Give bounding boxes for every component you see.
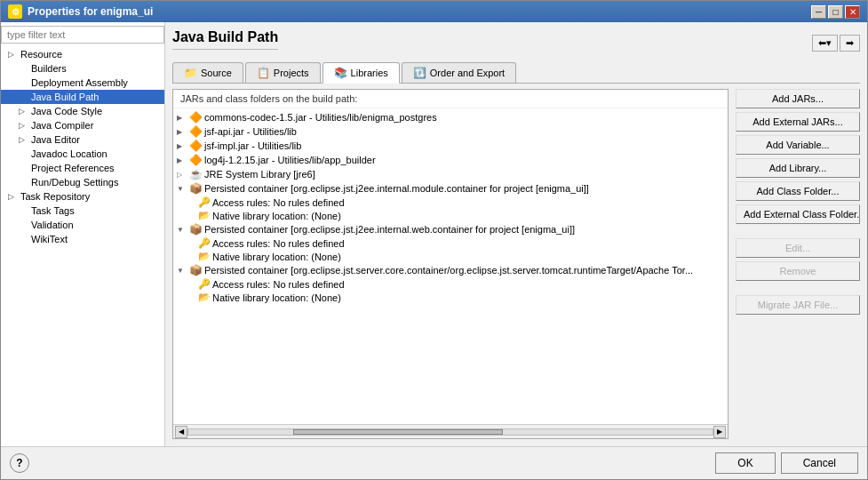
scroll-left-arrow[interactable]: ◀ xyxy=(175,426,187,438)
sidebar-item-task-repository[interactable]: ▷ Task Repository xyxy=(1,189,164,204)
item-label: Native library location: (None) xyxy=(212,292,341,303)
main-content: ▷ Resource Builders Deployment Assembly … xyxy=(1,22,867,446)
tree-item-persisted-3[interactable]: ▼ 📦 Persisted container [org.eclipse.jst… xyxy=(173,263,728,277)
tab-source[interactable]: 📁 Source xyxy=(172,62,243,83)
persisted-icon: 📦 xyxy=(189,223,203,236)
sidebar-item-deployment-assembly[interactable]: Deployment Assembly xyxy=(1,76,164,90)
help-button[interactable]: ? xyxy=(10,453,29,473)
add-library-button[interactable]: Add Library... xyxy=(736,158,860,178)
sidebar-item-java-build-path[interactable]: Java Build Path xyxy=(1,90,164,104)
item-label: log4j-1.2.15.jar - Utilities/lib/app_bui… xyxy=(204,155,376,165)
sidebar-item-resource[interactable]: ▷ Resource xyxy=(1,47,164,61)
item-label: Access rules: No rules defined xyxy=(212,238,345,249)
scroll-right-arrow[interactable]: ▶ xyxy=(713,426,726,438)
filter-input[interactable] xyxy=(1,26,164,44)
sidebar-item-label: Project References xyxy=(31,163,115,173)
sidebar-item-label: Validation xyxy=(31,220,74,230)
add-class-folder-button[interactable]: Add Class Folder... xyxy=(736,181,860,201)
sidebar-item-wikitext[interactable]: WikiText xyxy=(1,232,164,246)
maximize-button[interactable]: □ xyxy=(828,5,843,19)
item-label: Persisted container [org.eclipse.jst.ser… xyxy=(204,265,693,276)
add-external-class-folder-button[interactable]: Add External Class Folder... xyxy=(736,204,860,224)
tree-subitem-native-3[interactable]: 📂 Native library location: (None) xyxy=(173,291,728,304)
tab-projects[interactable]: 📋 Projects xyxy=(245,62,321,83)
sidebar-item-label: Java Compiler xyxy=(31,120,93,131)
expand-tri[interactable]: ▷ xyxy=(177,171,187,179)
item-label: Native library location: (None) xyxy=(212,211,341,221)
tree-subitem-access-2[interactable]: 🔑 Access rules: No rules defined xyxy=(173,236,728,250)
source-tab-icon: 📁 xyxy=(184,67,197,79)
tree-item-jre[interactable]: ▷ ☕ JRE System Library [jre6] xyxy=(173,167,728,181)
tree-item-persisted-1[interactable]: ▼ 📦 Persisted container [org.eclipse.jst… xyxy=(173,181,728,196)
item-label: jsf-impl.jar - Utilities/lib xyxy=(204,140,301,151)
sidebar-item-validation[interactable]: Validation xyxy=(1,218,164,232)
sidebar-item-project-references[interactable]: Project References xyxy=(1,161,164,175)
ok-button[interactable]: OK xyxy=(715,452,775,474)
order-export-tab-icon: 🔃 xyxy=(413,67,426,79)
sub-icon: 📂 xyxy=(198,251,211,262)
close-button[interactable]: ✕ xyxy=(845,5,860,19)
sidebar-item-label: Task Tags xyxy=(31,205,75,216)
minimize-button[interactable]: ─ xyxy=(811,5,826,19)
right-panel: Java Build Path ⬅▾ ➡ 📁 Source 📋 Projects… xyxy=(165,22,867,446)
sidebar-item-task-tags[interactable]: Task Tags xyxy=(1,204,164,218)
item-label: Persisted container [org.eclipse.jst.j2e… xyxy=(204,183,589,194)
sidebar-item-builders[interactable]: Builders xyxy=(1,61,164,76)
tree-subitem-native-1[interactable]: 📂 Native library location: (None) xyxy=(173,209,728,222)
tree-item-log4j[interactable]: ▶ 🔶 log4j-1.2.15.jar - Utilities/lib/app… xyxy=(173,153,728,167)
tree-subitem-access-1[interactable]: 🔑 Access rules: No rules defined xyxy=(173,196,728,209)
edit-button[interactable]: Edit... xyxy=(736,238,860,258)
add-external-jars-button[interactable]: Add External JARs... xyxy=(736,112,860,132)
expand-tri[interactable]: ▶ xyxy=(177,156,187,164)
tree-panel-label: JARs and class folders on the build path… xyxy=(173,90,728,108)
tree-body[interactable]: ▶ 🔶 commons-codec-1.5.jar - Utilities/li… xyxy=(173,108,728,424)
jre-icon: ☕ xyxy=(189,168,203,180)
tree-subitem-access-3[interactable]: 🔑 Access rules: No rules defined xyxy=(173,277,728,291)
scroll-track[interactable] xyxy=(187,428,713,436)
scroll-thumb[interactable] xyxy=(293,429,503,435)
panel-header: Java Build Path ⬅▾ ➡ xyxy=(172,29,860,57)
expand-icon: ▷ xyxy=(8,192,17,201)
expand-tri[interactable]: ▶ xyxy=(177,142,187,150)
tree-item-jsf-api[interactable]: ▶ 🔶 jsf-api.jar - Utilities/lib xyxy=(173,124,728,139)
expand-tri[interactable]: ▼ xyxy=(177,226,187,234)
sidebar-item-java-compiler[interactable]: ▷ Java Compiler xyxy=(1,118,164,132)
cancel-button[interactable]: Cancel xyxy=(781,452,858,474)
tab-order-export[interactable]: 🔃 Order and Export xyxy=(402,62,516,83)
item-label: JRE System Library [jre6] xyxy=(204,169,315,180)
expand-tri[interactable]: ▼ xyxy=(177,185,187,193)
tab-libraries[interactable]: 📚 Libraries xyxy=(323,62,400,84)
sidebar-item-java-editor[interactable]: ▷ Java Editor xyxy=(1,132,164,147)
sidebar-item-label: Task Repository xyxy=(20,191,90,202)
expand-tri[interactable]: ▶ xyxy=(177,114,187,122)
title-bar: ⚙ Properties for enigma_ui ─ □ ✕ xyxy=(1,1,867,22)
sidebar: ▷ Resource Builders Deployment Assembly … xyxy=(1,22,165,446)
sidebar-item-javadoc-location[interactable]: Javadoc Location xyxy=(1,147,164,161)
dialog-icon: ⚙ xyxy=(8,4,22,19)
tree-item-commons-codec[interactable]: ▶ 🔶 commons-codec-1.5.jar - Utilities/li… xyxy=(173,110,728,124)
content-area: JARs and class folders on the build path… xyxy=(172,89,860,439)
item-label: Persisted container [org.eclipse.jst.j2e… xyxy=(204,224,575,235)
add-variable-button[interactable]: Add Variable... xyxy=(736,135,860,155)
item-label: jsf-api.jar - Utilities/lib xyxy=(204,126,297,137)
forward-button[interactable]: ➡ xyxy=(840,35,860,52)
sidebar-item-label: Javadoc Location xyxy=(31,148,108,159)
migrate-jar-button[interactable]: Migrate JAR File... xyxy=(736,295,860,315)
tab-source-label: Source xyxy=(201,68,232,78)
sub-icon: 🔑 xyxy=(198,196,211,208)
tree-subitem-native-2[interactable]: 📂 Native library location: (None) xyxy=(173,250,728,263)
horizontal-scrollbar[interactable]: ◀ ▶ xyxy=(173,424,728,438)
sidebar-item-run-debug[interactable]: Run/Debug Settings xyxy=(1,175,164,189)
expand-tri[interactable]: ▶ xyxy=(177,128,187,136)
sidebar-item-java-code-style[interactable]: ▷ Java Code Style xyxy=(1,104,164,118)
buttons-column: Add JARs... Add External JARs... Add Var… xyxy=(736,89,860,439)
sidebar-item-label: WikiText xyxy=(31,234,68,244)
tree-item-jsf-impl[interactable]: ▶ 🔶 jsf-impl.jar - Utilities/lib xyxy=(173,139,728,153)
expand-icon: ▷ xyxy=(19,121,28,130)
add-jars-button[interactable]: Add JARs... xyxy=(736,89,860,108)
expand-tri[interactable]: ▼ xyxy=(177,267,187,275)
back-button[interactable]: ⬅▾ xyxy=(812,35,838,52)
remove-button[interactable]: Remove xyxy=(736,261,860,281)
tree-item-persisted-2[interactable]: ▼ 📦 Persisted container [org.eclipse.jst… xyxy=(173,222,728,236)
tree-panel: JARs and class folders on the build path… xyxy=(172,89,729,439)
